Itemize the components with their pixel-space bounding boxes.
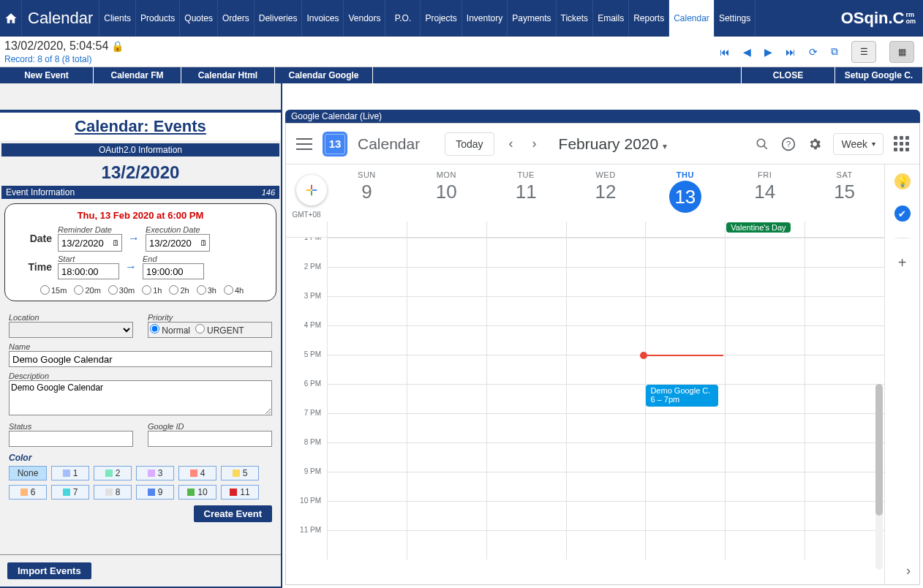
day-header-thu[interactable]: THU13 bbox=[645, 165, 725, 222]
calendar-icon[interactable]: 🗓 bbox=[110, 237, 121, 249]
view-grid-icon[interactable]: ▦ bbox=[889, 41, 914, 63]
reminder-date-input[interactable]: 🗓 bbox=[58, 234, 122, 252]
allday-cell[interactable] bbox=[805, 222, 884, 237]
nav-tab-products[interactable]: Products bbox=[136, 0, 180, 37]
day-header-wed[interactable]: WED12 bbox=[566, 165, 646, 222]
hour-cell[interactable] bbox=[327, 530, 407, 559]
priority-urgent[interactable]: URGENT bbox=[195, 325, 244, 336]
hour-cell[interactable] bbox=[805, 472, 884, 501]
hour-cell[interactable] bbox=[566, 384, 646, 413]
import-events-button[interactable]: Import Events bbox=[7, 562, 91, 579]
color-5[interactable]: 5 bbox=[221, 466, 259, 480]
duration-30m[interactable]: 30m bbox=[108, 285, 135, 295]
day-header-fri[interactable]: FRI14 bbox=[725, 165, 805, 222]
close-button[interactable]: CLOSE bbox=[742, 67, 835, 83]
name-input[interactable] bbox=[9, 351, 272, 367]
calendar-fm-button[interactable]: Calendar FM bbox=[94, 67, 181, 83]
tasks-icon[interactable]: ✔ bbox=[894, 206, 911, 222]
settings-icon[interactable] bbox=[807, 136, 823, 152]
calendar-google-button[interactable]: Calendar Google bbox=[275, 67, 373, 83]
hour-cell[interactable] bbox=[566, 325, 646, 355]
hour-cell[interactable] bbox=[805, 501, 884, 530]
hour-cell[interactable] bbox=[725, 267, 805, 296]
hour-cell[interactable] bbox=[805, 325, 884, 355]
next-week-icon[interactable]: › bbox=[528, 136, 541, 151]
hour-cell[interactable] bbox=[486, 355, 566, 384]
hour-cell[interactable] bbox=[327, 355, 407, 384]
description-input[interactable] bbox=[9, 380, 272, 415]
nav-tab-reports[interactable]: Reports bbox=[629, 0, 669, 37]
hour-cell[interactable] bbox=[645, 442, 725, 472]
hour-cell[interactable] bbox=[725, 530, 805, 559]
hour-cell[interactable] bbox=[805, 530, 884, 559]
location-select[interactable] bbox=[9, 322, 133, 338]
hour-cell[interactable] bbox=[327, 384, 407, 413]
nav-tab-settings[interactable]: Settings bbox=[715, 0, 756, 37]
expand-panel-icon[interactable]: › bbox=[906, 563, 911, 578]
hour-cell[interactable] bbox=[725, 413, 805, 442]
nav-next-icon[interactable]: ▶ bbox=[764, 46, 772, 58]
nav-tab-orders[interactable]: Orders bbox=[218, 0, 255, 37]
duration-3h[interactable]: 3h bbox=[197, 285, 216, 295]
hour-cell[interactable] bbox=[407, 267, 486, 296]
day-header-sat[interactable]: SAT15 bbox=[805, 165, 884, 222]
allday-cell[interactable] bbox=[327, 222, 407, 237]
nav-last-icon[interactable]: ⏭ bbox=[786, 46, 796, 58]
priority-normal[interactable]: Normal bbox=[150, 325, 190, 336]
hour-cell[interactable] bbox=[327, 267, 407, 296]
hour-cell[interactable] bbox=[645, 530, 725, 559]
color-10[interactable]: 10 bbox=[178, 485, 216, 500]
hour-cell[interactable] bbox=[645, 413, 725, 442]
scrollbar-thumb[interactable] bbox=[875, 384, 883, 516]
home-icon[interactable] bbox=[0, 0, 22, 37]
hour-cell[interactable] bbox=[805, 238, 884, 267]
duration-2h[interactable]: 2h bbox=[169, 285, 189, 295]
nav-first-icon[interactable]: ⏮ bbox=[720, 46, 730, 58]
hours-grid[interactable]: 1 PM2 PM3 PM4 PM5 PM6 PM7 PM8 PM9 PM10 P… bbox=[286, 238, 884, 584]
hour-cell[interactable] bbox=[486, 530, 566, 559]
hour-cell[interactable] bbox=[486, 267, 566, 296]
hour-cell[interactable] bbox=[566, 238, 646, 267]
hour-cell[interactable] bbox=[566, 296, 646, 325]
day-header-tue[interactable]: TUE11 bbox=[486, 165, 566, 222]
day-header-sun[interactable]: SUN9 bbox=[327, 165, 407, 222]
hour-cell[interactable] bbox=[645, 501, 725, 530]
help-icon[interactable]: ? bbox=[780, 136, 796, 152]
hour-cell[interactable] bbox=[407, 442, 486, 472]
hour-cell[interactable] bbox=[327, 296, 407, 325]
hour-cell[interactable] bbox=[407, 501, 486, 530]
hour-cell[interactable] bbox=[725, 384, 805, 413]
hour-cell[interactable] bbox=[805, 267, 884, 296]
hour-cell[interactable] bbox=[725, 472, 805, 501]
hour-cell[interactable] bbox=[566, 442, 646, 472]
hour-cell[interactable] bbox=[645, 325, 725, 355]
today-button[interactable]: Today bbox=[445, 132, 494, 156]
color-1[interactable]: 1 bbox=[51, 466, 89, 480]
nav-tab-payments[interactable]: Payments bbox=[508, 0, 556, 37]
apps-icon[interactable] bbox=[894, 136, 909, 151]
hour-cell[interactable] bbox=[486, 442, 566, 472]
hour-cell[interactable] bbox=[407, 530, 486, 559]
nav-tab-po[interactable]: P.O. bbox=[385, 0, 421, 37]
hour-cell[interactable] bbox=[805, 296, 884, 325]
color-2[interactable]: 2 bbox=[94, 466, 132, 480]
hour-cell[interactable] bbox=[645, 472, 725, 501]
hour-cell[interactable] bbox=[486, 384, 566, 413]
hour-cell[interactable] bbox=[725, 442, 805, 472]
day-header-mon[interactable]: MON10 bbox=[407, 165, 486, 222]
hour-cell[interactable] bbox=[805, 384, 884, 413]
setup-google-button[interactable]: Setup Google C. bbox=[835, 67, 923, 83]
calendar-event[interactable]: Demo Google C.6 – 7pm bbox=[646, 385, 718, 407]
hour-cell[interactable] bbox=[327, 325, 407, 355]
end-time-input[interactable] bbox=[143, 263, 204, 279]
create-button[interactable] bbox=[296, 175, 327, 206]
hour-cell[interactable] bbox=[566, 355, 646, 384]
hour-cell[interactable] bbox=[407, 472, 486, 501]
nav-tab-clients[interactable]: Clients bbox=[99, 0, 136, 37]
hour-cell[interactable] bbox=[805, 413, 884, 442]
nav-tab-invoices[interactable]: Invoices bbox=[302, 0, 344, 37]
hour-cell[interactable] bbox=[327, 442, 407, 472]
color-8[interactable]: 8 bbox=[94, 485, 132, 500]
hour-cell[interactable] bbox=[327, 413, 407, 442]
menu-icon[interactable] bbox=[296, 138, 312, 150]
